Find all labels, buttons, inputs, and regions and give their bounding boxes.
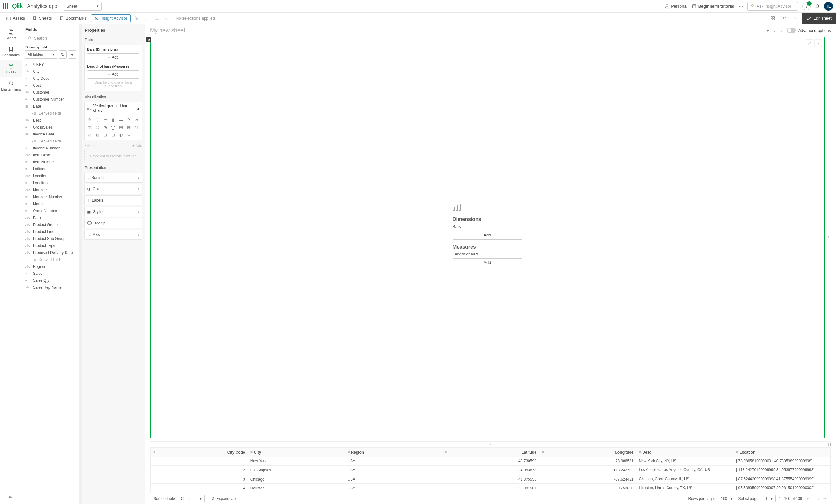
viz-funnel-icon[interactable]: ▽: [126, 132, 132, 138]
viz-area-icon[interactable]: ▱: [133, 116, 140, 123]
presentation-axis[interactable]: ↳Axis›: [84, 230, 142, 240]
next-sheet-icon[interactable]: ›: [779, 28, 784, 33]
fields-search[interactable]: Search: [25, 34, 76, 42]
add-field-button[interactable]: +: [68, 50, 76, 59]
chart-more-icon[interactable]: ⋯: [815, 39, 822, 47]
presentation-color[interactable]: ◑Color›: [84, 184, 142, 194]
col-menu-icon[interactable]: ≡: [639, 450, 641, 454]
chart-canvas[interactable]: ✥ ⤢ ⋯ Dimensions Bars Add Measures Lengt…: [150, 37, 824, 438]
table-row[interactable]: 4HoustonUSA29.981501-95.53836Houston, Ha…: [151, 484, 831, 493]
field-item[interactable]: AbcProduct Group: [22, 221, 79, 228]
last-page-icon[interactable]: ⇥: [822, 497, 828, 501]
personal-button[interactable]: Personal: [665, 4, 687, 8]
add-filter-button[interactable]: + Add: [132, 143, 142, 148]
field-item[interactable]: #Margin: [22, 200, 79, 207]
field-item[interactable]: AbcPromised Delivery Date: [22, 249, 79, 256]
viz-hbar-icon[interactable]: ▭: [102, 116, 109, 123]
presentation-sorting[interactable]: ↕Sorting›: [84, 173, 142, 183]
sheet-dropdown[interactable]: Sheet ▾: [64, 2, 102, 11]
filter-dropzone[interactable]: Drop field to filter visualization: [84, 149, 142, 163]
viz-line-icon[interactable]: 〽: [126, 116, 132, 123]
move-handle-icon[interactable]: ✥: [146, 37, 151, 42]
sheets-button[interactable]: Sheets: [30, 15, 55, 22]
field-item[interactable]: AbcRegion: [22, 263, 79, 270]
viz-kpi-icon[interactable]: #1: [133, 124, 140, 131]
sidenav-fields[interactable]: Fields: [0, 60, 22, 77]
selection-fwd-icon[interactable]: [152, 14, 161, 23]
field-item[interactable]: AbcCustomer: [22, 89, 79, 96]
clear-selections-icon[interactable]: [163, 14, 171, 23]
field-item[interactable]: └ ▦Derived fields: [22, 256, 79, 263]
col-header[interactable]: ≡Desc: [636, 448, 734, 457]
viz-dist-icon[interactable]: ⊟: [102, 132, 109, 138]
col-menu-icon[interactable]: ≡: [542, 450, 544, 454]
col-menu-icon[interactable]: ≡: [444, 450, 447, 454]
viz-tree-icon[interactable]: ⊞: [94, 132, 101, 138]
field-item[interactable]: #Manager Number: [22, 193, 79, 200]
add-sheet-button[interactable]: +: [766, 28, 769, 33]
col-header[interactable]: ≡↑ City Code: [151, 448, 248, 457]
refresh-fields-button[interactable]: ↻: [59, 50, 67, 59]
presentation-styling[interactable]: ▣Styling›: [84, 207, 142, 217]
prev-sheet-icon[interactable]: ‹: [772, 28, 777, 33]
table-row[interactable]: 3ChicagoUSA41.875555-87.624421Chicago, C…: [151, 474, 831, 484]
prev-page-icon[interactable]: ‹: [812, 497, 816, 501]
col-header[interactable]: ≡Latitude: [442, 448, 539, 457]
bookmarks-button[interactable]: Bookmarks: [56, 15, 90, 22]
col-header[interactable]: ≡City: [248, 448, 345, 457]
viz-hstack-icon[interactable]: ▬: [118, 116, 125, 123]
col-menu-icon[interactable]: ≡: [153, 450, 155, 454]
rows-per-page-dropdown[interactable]: 100▾: [718, 495, 735, 502]
field-item[interactable]: #City Code: [22, 75, 79, 82]
viz-pivot-icon[interactable]: ▦: [126, 124, 132, 131]
insight-advisor-button[interactable]: Insight Advisor: [91, 14, 131, 22]
col-menu-icon[interactable]: ≡: [250, 450, 253, 454]
user-avatar[interactable]: TL: [824, 2, 833, 11]
field-item[interactable]: AbcCity: [22, 68, 79, 75]
field-item[interactable]: AbcLocation: [22, 173, 79, 179]
col-header[interactable]: ≡Longitude: [539, 448, 636, 457]
viz-auto-icon[interactable]: ✎: [87, 116, 93, 123]
field-item[interactable]: #Cost: [22, 82, 79, 89]
sidenav-sheets[interactable]: Sheets: [0, 26, 22, 43]
redo-icon[interactable]: ↷: [791, 14, 800, 23]
field-item[interactable]: └ ▦Derived fields: [22, 110, 79, 117]
sidenav-master[interactable]: Master items: [0, 77, 22, 94]
selection-back-icon[interactable]: [142, 14, 151, 23]
table-row[interactable]: 2Los AngelesUSA34.053678-118.242702Los A…: [151, 466, 831, 475]
add-object-below[interactable]: +: [150, 441, 831, 448]
field-item[interactable]: #Customer Number: [22, 96, 79, 103]
field-item[interactable]: #Sales: [22, 270, 79, 277]
sidenav-bookmarks[interactable]: Bookmarks: [0, 43, 22, 60]
field-item[interactable]: └ ▦Derived fields: [22, 138, 79, 145]
field-item[interactable]: AbcDesc: [22, 117, 79, 124]
field-item[interactable]: AbcSales Rep Name: [22, 284, 79, 291]
field-item[interactable]: ▦Date: [22, 103, 79, 110]
add-measure-button[interactable]: +Add: [87, 70, 139, 78]
first-page-icon[interactable]: ⇤: [805, 497, 811, 501]
fullscreen-icon[interactable]: ⤢: [805, 39, 813, 47]
table-row[interactable]: 1New YorkUSA40.730599-73.986581New York …: [151, 457, 831, 466]
viz-gauge-icon[interactable]: ◐: [118, 132, 125, 138]
field-item[interactable]: #Sales Qty: [22, 277, 79, 284]
viz-pie-icon[interactable]: ◔: [102, 124, 109, 131]
advanced-toggle[interactable]: [787, 28, 796, 33]
source-table-dropdown[interactable]: Cities ▾: [178, 495, 205, 502]
presentation-labels[interactable]: TLabels›: [84, 195, 142, 206]
canvas-add-measure[interactable]: Add: [453, 258, 522, 267]
undo-icon[interactable]: ↶: [780, 14, 788, 23]
assets-button[interactable]: Assets: [3, 15, 28, 22]
viz-combo-icon[interactable]: ◫: [87, 124, 93, 131]
viz-donut-icon[interactable]: ◯: [110, 124, 116, 131]
next-page-icon[interactable]: ›: [817, 497, 821, 501]
field-item[interactable]: AbcItem Desc: [22, 152, 79, 159]
field-item[interactable]: #Order Number: [22, 207, 79, 214]
layout-icon[interactable]: [768, 14, 777, 23]
field-item[interactable]: #Latitude: [22, 166, 79, 173]
presentation-tooltip[interactable]: 💬Tooltip›: [84, 218, 142, 228]
field-item[interactable]: #Longitude: [22, 179, 79, 187]
col-menu-icon[interactable]: ≡: [347, 450, 349, 454]
add-object-right[interactable]: +: [826, 37, 831, 438]
help-button[interactable]: ? 3: [802, 2, 811, 11]
smart-search-icon[interactable]: [132, 14, 141, 23]
